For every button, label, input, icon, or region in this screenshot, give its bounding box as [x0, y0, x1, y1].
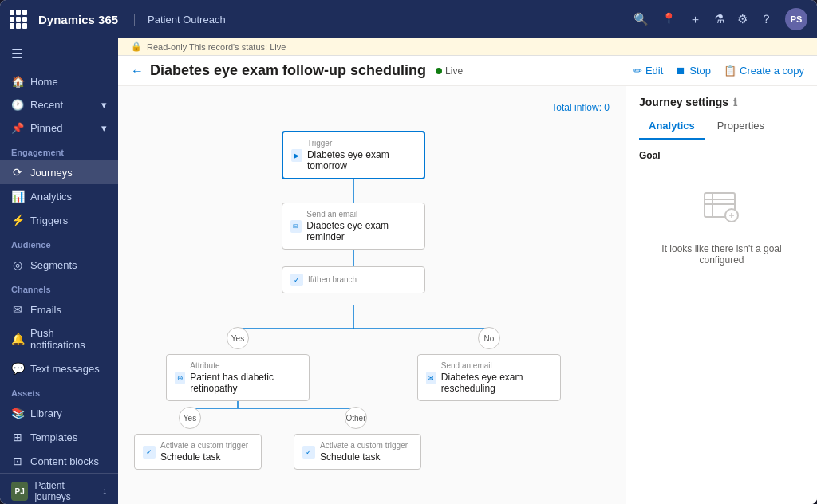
- send-email-title: Diabetes eye exam reminder: [306, 220, 416, 242]
- yes2-branch-circle: Yes: [179, 407, 201, 429]
- settings-title: Journey settings ℹ: [626, 86, 817, 115]
- canvas-content: ▶ Trigger Diabetes eye exam tomorrow ✉: [134, 123, 610, 504]
- ifthen-label: If/then branch: [308, 275, 357, 284]
- yes-branch-circle: Yes: [227, 327, 249, 349]
- sidebar-bottom-label: Patient journeys: [34, 480, 96, 502]
- sidebar-item-emails[interactable]: ✉ Emails: [0, 297, 118, 321]
- trigger-node[interactable]: ▶ Trigger Diabetes eye exam tomorrow: [282, 131, 425, 179]
- assets-section: Assets: [0, 380, 118, 401]
- recent-chevron-icon: ▾: [101, 99, 107, 111]
- sidebar-item-home[interactable]: 🏠 Home: [0, 69, 118, 93]
- attribute-node[interactable]: ⊕ Attribute Patient has diabetic retinop…: [166, 354, 310, 401]
- edit-icon: ✏: [633, 65, 642, 77]
- journey-container: Total inflow: 0: [118, 86, 817, 504]
- sidebar-item-push[interactable]: 🔔 Push notifications: [0, 321, 118, 356]
- waffle-menu[interactable]: [10, 10, 29, 29]
- channels-section: Channels: [0, 277, 118, 297]
- sidebar-item-library[interactable]: 📚 Library: [0, 401, 118, 425]
- module-name: Patient Outreach: [134, 14, 226, 26]
- goal-empty-state: It looks like there isn't a goal configu…: [639, 171, 804, 282]
- main-layout: ☰ 🏠 Home 🕐 Recent ▾ 📌 Pinned ▾ Engageme: [0, 38, 817, 504]
- tab-analytics[interactable]: Analytics: [639, 115, 705, 140]
- text-icon: 💬: [11, 362, 24, 375]
- goal-empty-icon: [701, 187, 743, 235]
- content-blocks-icon: ⊡: [11, 455, 24, 467]
- goal-label: Goal: [639, 150, 804, 161]
- add-icon[interactable]: ＋: [689, 12, 701, 27]
- templates-icon: ⊞: [11, 431, 24, 443]
- pinned-chevron-icon: ▾: [101, 122, 107, 134]
- sidebar-bottom[interactable]: PJ Patient journeys ↕: [0, 473, 118, 504]
- content-area: 🔒 Read-only This record's status: Live ←…: [118, 38, 817, 504]
- patient-journeys-avatar: PJ: [11, 482, 28, 501]
- send-email2-node[interactable]: ✉ Send an email Diabetes eye exam resche…: [417, 354, 561, 401]
- sidebar-bottom-chevron: ↕: [102, 486, 107, 497]
- sidebar-item-templates[interactable]: ⊞ Templates: [0, 425, 118, 449]
- custom2-label: Activate a custom trigger: [320, 441, 408, 450]
- sidebar-item-triggers[interactable]: ⚡ Triggers: [0, 208, 118, 232]
- readonly-bar: 🔒 Read-only This record's status: Live: [118, 38, 817, 56]
- sidebar-item-segments[interactable]: ◎ Segments: [0, 253, 118, 277]
- custom1-label: Activate a custom trigger: [160, 441, 248, 450]
- top-nav: Dynamics 365 Patient Outreach 🔍 📍 ＋ ⚗ ⚙ …: [0, 0, 817, 38]
- sidebar-item-journeys[interactable]: ⟳ Journeys: [0, 160, 118, 184]
- search-icon[interactable]: 🔍: [633, 12, 649, 26]
- settings-body: Goal: [626, 140, 817, 504]
- journey-settings-panel: Journey settings ℹ Analytics Properties …: [626, 86, 817, 504]
- edit-button[interactable]: ✏ Edit: [633, 65, 663, 77]
- help-icon[interactable]: ？: [760, 12, 772, 27]
- ifthen-node-icon: ✓: [290, 274, 303, 286]
- settings-tabs: Analytics Properties: [626, 115, 817, 140]
- nav-right: 🔍 📍 ＋ ⚗ ⚙ ？ PS: [633, 8, 807, 30]
- ifthen-node[interactable]: ✓ If/then branch: [282, 266, 425, 293]
- copy-icon: 📋: [724, 65, 736, 77]
- sidebar: ☰ 🏠 Home 🕐 Recent ▾ 📌 Pinned ▾ Engageme: [0, 38, 118, 504]
- custom1-node[interactable]: ✓ Activate a custom trigger Schedule tas…: [134, 434, 262, 470]
- custom1-node-icon: ✓: [143, 446, 156, 459]
- custom2-title: Schedule task: [320, 451, 408, 463]
- sidebar-hamburger[interactable]: ☰: [0, 38, 118, 69]
- page-header: ← Diabetes eye exam follow-up scheduling…: [118, 56, 817, 86]
- brand-name: Dynamics 365: [38, 13, 118, 26]
- stop-button[interactable]: ⏹ Stop: [676, 65, 711, 77]
- other-branch-circle: Other: [345, 407, 367, 429]
- send-email2-label: Send an email: [441, 361, 552, 370]
- sidebar-item-content-blocks[interactable]: ⊡ Content blocks: [0, 449, 118, 473]
- back-button[interactable]: ←: [131, 64, 144, 78]
- settings-icon[interactable]: ⚙: [737, 12, 748, 26]
- tab-properties[interactable]: Properties: [708, 115, 774, 140]
- triggers-icon: ⚡: [11, 214, 24, 226]
- sidebar-item-pinned[interactable]: 📌 Pinned ▾: [0, 116, 118, 140]
- sidebar-item-analytics[interactable]: 📊 Analytics: [0, 184, 118, 208]
- custom2-node-icon: ✓: [302, 446, 315, 459]
- recent-icon: 🕐: [11, 99, 24, 111]
- journeys-icon: ⟳: [11, 166, 24, 179]
- custom2-node[interactable]: ✓ Activate a custom trigger Schedule tas…: [294, 434, 421, 470]
- home-icon: 🏠: [11, 75, 24, 88]
- filter-icon[interactable]: ⚗: [714, 12, 724, 26]
- page-title: Diabetes eye exam follow-up scheduling: [150, 62, 426, 79]
- attribute-title: Patient has diabetic retinopathy: [190, 372, 301, 394]
- page-header-actions: ✏ Edit ⏹ Stop 📋 Create a copy: [633, 65, 804, 77]
- create-copy-button[interactable]: 📋 Create a copy: [724, 65, 804, 77]
- location-icon[interactable]: 📍: [661, 12, 677, 26]
- engagement-section: Engagement: [0, 140, 118, 160]
- sidebar-item-recent[interactable]: 🕐 Recent ▾: [0, 93, 118, 116]
- lock-icon: 🔒: [131, 41, 142, 52]
- trigger-label: Trigger: [307, 139, 416, 148]
- stop-icon: ⏹: [676, 65, 686, 77]
- push-icon: 🔔: [11, 333, 24, 345]
- email-icon: ✉: [11, 303, 24, 316]
- email-node-icon: ✉: [290, 220, 302, 233]
- journey-canvas[interactable]: Total inflow: 0: [118, 86, 626, 504]
- total-inflow: Total inflow: 0: [134, 102, 610, 113]
- send-email-label: Send an email: [306, 210, 416, 219]
- sidebar-item-text[interactable]: 💬 Text messages: [0, 356, 118, 380]
- trigger-node-icon: ▶: [291, 149, 302, 162]
- trigger-title: Diabetes eye exam tomorrow: [307, 149, 416, 171]
- settings-info-icon[interactable]: ℹ: [733, 96, 737, 108]
- no-branch-circle: No: [478, 327, 500, 349]
- user-avatar[interactable]: PS: [785, 8, 807, 30]
- send-email2-title: Diabetes eye exam rescheduling: [441, 372, 552, 394]
- send-email-node[interactable]: ✉ Send an email Diabetes eye exam remind…: [282, 203, 425, 250]
